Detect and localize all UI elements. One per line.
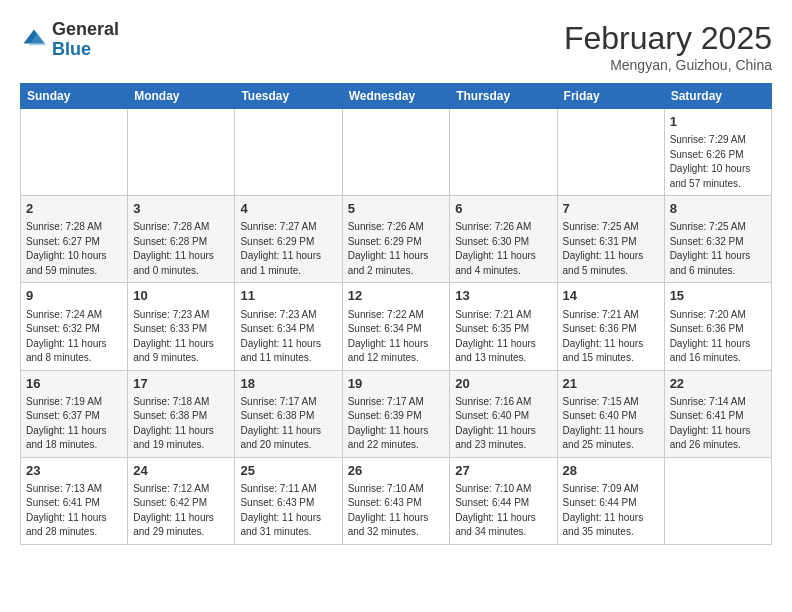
day-info: Sunrise: 7:19 AM Sunset: 6:37 PM Dayligh… — [26, 395, 122, 453]
calendar-cell: 8Sunrise: 7:25 AM Sunset: 6:32 PM Daylig… — [664, 196, 771, 283]
weekday-header-sunday: Sunday — [21, 84, 128, 109]
day-info: Sunrise: 7:25 AM Sunset: 6:31 PM Dayligh… — [563, 220, 659, 278]
logo: General Blue — [20, 20, 119, 60]
day-info: Sunrise: 7:23 AM Sunset: 6:33 PM Dayligh… — [133, 308, 229, 366]
calendar-cell: 2Sunrise: 7:28 AM Sunset: 6:27 PM Daylig… — [21, 196, 128, 283]
day-info: Sunrise: 7:28 AM Sunset: 6:28 PM Dayligh… — [133, 220, 229, 278]
calendar-cell: 24Sunrise: 7:12 AM Sunset: 6:42 PM Dayli… — [128, 457, 235, 544]
day-number: 4 — [240, 200, 336, 218]
day-info: Sunrise: 7:28 AM Sunset: 6:27 PM Dayligh… — [26, 220, 122, 278]
weekday-header-wednesday: Wednesday — [342, 84, 450, 109]
day-number: 18 — [240, 375, 336, 393]
day-number: 20 — [455, 375, 551, 393]
day-number: 6 — [455, 200, 551, 218]
calendar-cell: 26Sunrise: 7:10 AM Sunset: 6:43 PM Dayli… — [342, 457, 450, 544]
calendar-cell: 11Sunrise: 7:23 AM Sunset: 6:34 PM Dayli… — [235, 283, 342, 370]
calendar-cell — [664, 457, 771, 544]
calendar-week-4: 16Sunrise: 7:19 AM Sunset: 6:37 PM Dayli… — [21, 370, 772, 457]
calendar-cell: 5Sunrise: 7:26 AM Sunset: 6:29 PM Daylig… — [342, 196, 450, 283]
weekday-header-saturday: Saturday — [664, 84, 771, 109]
calendar-cell: 13Sunrise: 7:21 AM Sunset: 6:35 PM Dayli… — [450, 283, 557, 370]
calendar-cell: 17Sunrise: 7:18 AM Sunset: 6:38 PM Dayli… — [128, 370, 235, 457]
weekday-header-tuesday: Tuesday — [235, 84, 342, 109]
logo-icon — [20, 26, 48, 54]
day-info: Sunrise: 7:27 AM Sunset: 6:29 PM Dayligh… — [240, 220, 336, 278]
calendar-cell — [450, 109, 557, 196]
day-info: Sunrise: 7:20 AM Sunset: 6:36 PM Dayligh… — [670, 308, 766, 366]
calendar-cell: 4Sunrise: 7:27 AM Sunset: 6:29 PM Daylig… — [235, 196, 342, 283]
calendar-cell: 12Sunrise: 7:22 AM Sunset: 6:34 PM Dayli… — [342, 283, 450, 370]
day-number: 10 — [133, 287, 229, 305]
calendar-cell: 28Sunrise: 7:09 AM Sunset: 6:44 PM Dayli… — [557, 457, 664, 544]
calendar-week-1: 1Sunrise: 7:29 AM Sunset: 6:26 PM Daylig… — [21, 109, 772, 196]
calendar-cell: 18Sunrise: 7:17 AM Sunset: 6:38 PM Dayli… — [235, 370, 342, 457]
page-header: General Blue February 2025 Mengyan, Guiz… — [20, 20, 772, 73]
day-number: 7 — [563, 200, 659, 218]
calendar-table: SundayMondayTuesdayWednesdayThursdayFrid… — [20, 83, 772, 545]
day-number: 15 — [670, 287, 766, 305]
calendar-cell: 15Sunrise: 7:20 AM Sunset: 6:36 PM Dayli… — [664, 283, 771, 370]
day-number: 22 — [670, 375, 766, 393]
day-number: 21 — [563, 375, 659, 393]
calendar-cell: 25Sunrise: 7:11 AM Sunset: 6:43 PM Dayli… — [235, 457, 342, 544]
day-info: Sunrise: 7:14 AM Sunset: 6:41 PM Dayligh… — [670, 395, 766, 453]
calendar-body: 1Sunrise: 7:29 AM Sunset: 6:26 PM Daylig… — [21, 109, 772, 545]
day-info: Sunrise: 7:25 AM Sunset: 6:32 PM Dayligh… — [670, 220, 766, 278]
day-number: 9 — [26, 287, 122, 305]
weekday-header-friday: Friday — [557, 84, 664, 109]
day-number: 23 — [26, 462, 122, 480]
calendar-cell: 7Sunrise: 7:25 AM Sunset: 6:31 PM Daylig… — [557, 196, 664, 283]
day-info: Sunrise: 7:23 AM Sunset: 6:34 PM Dayligh… — [240, 308, 336, 366]
calendar-cell — [235, 109, 342, 196]
logo-general: General — [52, 19, 119, 39]
calendar-cell: 6Sunrise: 7:26 AM Sunset: 6:30 PM Daylig… — [450, 196, 557, 283]
day-info: Sunrise: 7:21 AM Sunset: 6:35 PM Dayligh… — [455, 308, 551, 366]
day-info: Sunrise: 7:18 AM Sunset: 6:38 PM Dayligh… — [133, 395, 229, 453]
day-info: Sunrise: 7:24 AM Sunset: 6:32 PM Dayligh… — [26, 308, 122, 366]
day-info: Sunrise: 7:22 AM Sunset: 6:34 PM Dayligh… — [348, 308, 445, 366]
calendar-week-3: 9Sunrise: 7:24 AM Sunset: 6:32 PM Daylig… — [21, 283, 772, 370]
calendar-cell — [557, 109, 664, 196]
title-block: February 2025 Mengyan, Guizhou, China — [564, 20, 772, 73]
day-number: 8 — [670, 200, 766, 218]
day-info: Sunrise: 7:10 AM Sunset: 6:43 PM Dayligh… — [348, 482, 445, 540]
day-number: 16 — [26, 375, 122, 393]
calendar-cell — [128, 109, 235, 196]
calendar-cell: 27Sunrise: 7:10 AM Sunset: 6:44 PM Dayli… — [450, 457, 557, 544]
calendar-cell: 22Sunrise: 7:14 AM Sunset: 6:41 PM Dayli… — [664, 370, 771, 457]
day-info: Sunrise: 7:21 AM Sunset: 6:36 PM Dayligh… — [563, 308, 659, 366]
day-info: Sunrise: 7:09 AM Sunset: 6:44 PM Dayligh… — [563, 482, 659, 540]
logo-text: General Blue — [52, 20, 119, 60]
weekday-header-row: SundayMondayTuesdayWednesdayThursdayFrid… — [21, 84, 772, 109]
calendar-title: February 2025 — [564, 20, 772, 57]
calendar-cell: 21Sunrise: 7:15 AM Sunset: 6:40 PM Dayli… — [557, 370, 664, 457]
day-info: Sunrise: 7:11 AM Sunset: 6:43 PM Dayligh… — [240, 482, 336, 540]
day-number: 14 — [563, 287, 659, 305]
day-number: 3 — [133, 200, 229, 218]
calendar-cell: 9Sunrise: 7:24 AM Sunset: 6:32 PM Daylig… — [21, 283, 128, 370]
day-number: 12 — [348, 287, 445, 305]
day-number: 19 — [348, 375, 445, 393]
day-number: 17 — [133, 375, 229, 393]
calendar-cell — [21, 109, 128, 196]
day-number: 26 — [348, 462, 445, 480]
logo-blue: Blue — [52, 39, 91, 59]
day-number: 2 — [26, 200, 122, 218]
calendar-cell: 23Sunrise: 7:13 AM Sunset: 6:41 PM Dayli… — [21, 457, 128, 544]
day-number: 1 — [670, 113, 766, 131]
calendar-cell: 1Sunrise: 7:29 AM Sunset: 6:26 PM Daylig… — [664, 109, 771, 196]
weekday-header-monday: Monday — [128, 84, 235, 109]
day-info: Sunrise: 7:15 AM Sunset: 6:40 PM Dayligh… — [563, 395, 659, 453]
calendar-cell: 16Sunrise: 7:19 AM Sunset: 6:37 PM Dayli… — [21, 370, 128, 457]
calendar-cell: 3Sunrise: 7:28 AM Sunset: 6:28 PM Daylig… — [128, 196, 235, 283]
calendar-week-2: 2Sunrise: 7:28 AM Sunset: 6:27 PM Daylig… — [21, 196, 772, 283]
day-info: Sunrise: 7:12 AM Sunset: 6:42 PM Dayligh… — [133, 482, 229, 540]
calendar-cell: 19Sunrise: 7:17 AM Sunset: 6:39 PM Dayli… — [342, 370, 450, 457]
calendar-cell: 20Sunrise: 7:16 AM Sunset: 6:40 PM Dayli… — [450, 370, 557, 457]
day-info: Sunrise: 7:16 AM Sunset: 6:40 PM Dayligh… — [455, 395, 551, 453]
day-number: 11 — [240, 287, 336, 305]
calendar-cell — [342, 109, 450, 196]
day-info: Sunrise: 7:17 AM Sunset: 6:38 PM Dayligh… — [240, 395, 336, 453]
day-number: 24 — [133, 462, 229, 480]
day-number: 27 — [455, 462, 551, 480]
